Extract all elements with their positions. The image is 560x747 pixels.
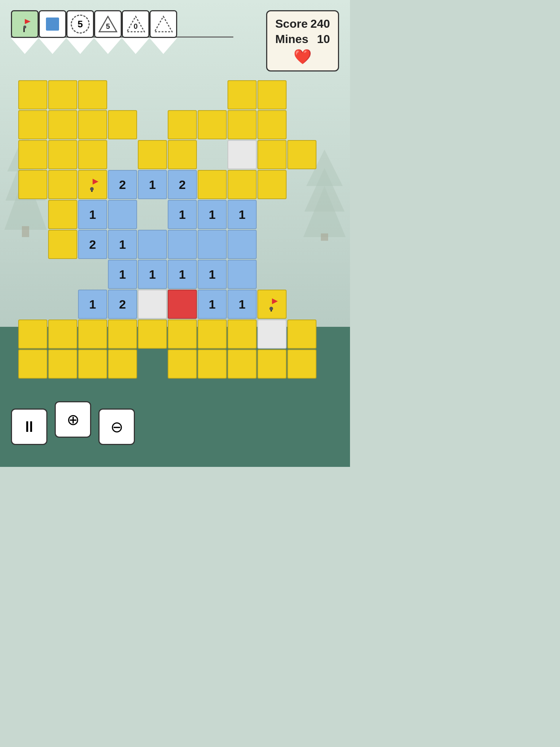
- game-grid[interactable]: 21211112111111211: [18, 80, 316, 379]
- cell-r3-c7[interactable]: [228, 170, 257, 199]
- cell-r6-c6[interactable]: 1: [198, 260, 227, 289]
- cell-r7-c1[interactable]: [48, 290, 77, 319]
- cell-r9-c2[interactable]: [78, 349, 107, 379]
- cell-r1-c7[interactable]: [228, 110, 257, 139]
- cell-r7-c8[interactable]: [257, 290, 287, 319]
- cell-r0-c2[interactable]: [78, 80, 107, 109]
- cell-r6-c8[interactable]: [257, 260, 287, 289]
- cell-r3-c8[interactable]: [257, 170, 287, 199]
- cell-r0-c7[interactable]: [228, 80, 257, 109]
- cell-r0-c4[interactable]: [138, 80, 167, 109]
- cell-r8-c4[interactable]: [138, 320, 167, 349]
- cell-r4-c2[interactable]: 1: [78, 200, 107, 229]
- tool-triempty-item[interactable]: [149, 10, 177, 54]
- cell-r8-c2[interactable]: [78, 320, 107, 349]
- cell-r7-c7[interactable]: 1: [228, 290, 257, 319]
- cell-r4-c3[interactable]: [108, 200, 137, 229]
- pause-button[interactable]: ⏸: [11, 409, 47, 445]
- grid[interactable]: 21211112111111211: [18, 80, 316, 379]
- cell-r5-c6[interactable]: [198, 230, 227, 259]
- cell-r8-c8[interactable]: [257, 320, 287, 349]
- cell-r3-c5[interactable]: 2: [168, 170, 197, 199]
- cell-r4-c5[interactable]: 1: [168, 200, 197, 229]
- tool-square-item[interactable]: [39, 10, 66, 54]
- cell-r1-c2[interactable]: [78, 110, 107, 139]
- cell-r3-c4[interactable]: 1: [138, 170, 167, 199]
- tool-tri0-item[interactable]: 0: [122, 10, 149, 54]
- cell-r5-c9[interactable]: [287, 230, 316, 259]
- cell-r4-c8[interactable]: [257, 200, 287, 229]
- cell-r0-c9[interactable]: [287, 80, 316, 109]
- tool-tri5-item[interactable]: 5: [94, 10, 122, 54]
- cell-r9-c1[interactable]: [48, 349, 77, 379]
- cell-r1-c6[interactable]: [198, 110, 227, 139]
- cell-r3-c0[interactable]: [18, 170, 47, 199]
- cell-r2-c2[interactable]: [78, 140, 107, 169]
- cell-r2-c0[interactable]: [18, 140, 47, 169]
- cell-r5-c0[interactable]: [18, 230, 47, 259]
- tool-square-box[interactable]: [39, 10, 66, 38]
- cell-r4-c0[interactable]: [18, 200, 47, 229]
- cell-r8-c9[interactable]: [287, 320, 316, 349]
- cell-r0-c8[interactable]: [257, 80, 287, 109]
- tool-tri5-box[interactable]: 5: [94, 10, 122, 38]
- cell-r6-c2[interactable]: [78, 260, 107, 289]
- cell-r2-c3[interactable]: [108, 140, 137, 169]
- cell-r3-c2[interactable]: [78, 170, 107, 199]
- cell-r8-c0[interactable]: [18, 320, 47, 349]
- tool-tri0-box[interactable]: 0: [122, 10, 149, 38]
- cell-r7-c6[interactable]: 1: [198, 290, 227, 319]
- cell-r1-c1[interactable]: [48, 110, 77, 139]
- cell-r9-c9[interactable]: [287, 349, 316, 379]
- cell-r7-c3[interactable]: 2: [108, 290, 137, 319]
- tool-triempty-box[interactable]: [149, 10, 177, 38]
- cell-r8-c3[interactable]: [108, 320, 137, 349]
- cell-r9-c3[interactable]: [108, 349, 137, 379]
- cell-r6-c1[interactable]: [48, 260, 77, 289]
- cell-r6-c3[interactable]: 1: [108, 260, 137, 289]
- cell-r5-c5[interactable]: [168, 230, 197, 259]
- cell-r9-c5[interactable]: [168, 349, 197, 379]
- cell-r2-c6[interactable]: [198, 140, 227, 169]
- cell-r2-c8[interactable]: [257, 140, 287, 169]
- cell-r3-c9[interactable]: [287, 170, 316, 199]
- cell-r8-c5[interactable]: [168, 320, 197, 349]
- cell-r6-c5[interactable]: 1: [168, 260, 197, 289]
- cell-r7-c2[interactable]: 1: [78, 290, 107, 319]
- cell-r1-c4[interactable]: [138, 110, 167, 139]
- cell-r3-c6[interactable]: [198, 170, 227, 199]
- cell-r6-c9[interactable]: [287, 260, 316, 289]
- cell-r2-c9[interactable]: [287, 140, 316, 169]
- cell-r0-c3[interactable]: [108, 80, 137, 109]
- cell-r8-c6[interactable]: [198, 320, 227, 349]
- cell-r2-c7[interactable]: [228, 140, 257, 169]
- tool-circle5-item[interactable]: 5: [66, 10, 94, 54]
- cell-r2-c4[interactable]: [138, 140, 167, 169]
- cell-r2-c5[interactable]: [168, 140, 197, 169]
- cell-r0-c0[interactable]: [18, 80, 47, 109]
- cell-r1-c9[interactable]: [287, 110, 316, 139]
- cell-r5-c4[interactable]: [138, 230, 167, 259]
- cell-r1-c8[interactable]: [257, 110, 287, 139]
- cell-r5-c1[interactable]: [48, 230, 77, 259]
- cell-r5-c8[interactable]: [257, 230, 287, 259]
- cell-r1-c5[interactable]: [168, 110, 197, 139]
- tool-circle5-box[interactable]: 5: [66, 10, 94, 38]
- cell-r5-c3[interactable]: 1: [108, 230, 137, 259]
- cell-r9-c4[interactable]: [138, 349, 167, 379]
- cell-r9-c0[interactable]: [18, 349, 47, 379]
- cell-r4-c1[interactable]: [48, 200, 77, 229]
- zoom-out-button[interactable]: ⊖: [98, 409, 135, 445]
- cell-r6-c7[interactable]: [228, 260, 257, 289]
- cell-r7-c5[interactable]: [168, 290, 197, 319]
- cell-r4-c6[interactable]: 1: [198, 200, 227, 229]
- cell-r1-c3[interactable]: [108, 110, 137, 139]
- cell-r7-c0[interactable]: [18, 290, 47, 319]
- cell-r0-c6[interactable]: [198, 80, 227, 109]
- cell-r6-c0[interactable]: [18, 260, 47, 289]
- cell-r4-c9[interactable]: [287, 200, 316, 229]
- tool-flag-box[interactable]: [11, 10, 39, 38]
- tool-flag-item[interactable]: [11, 10, 39, 54]
- cell-r8-c7[interactable]: [228, 320, 257, 349]
- cell-r7-c9[interactable]: [287, 290, 316, 319]
